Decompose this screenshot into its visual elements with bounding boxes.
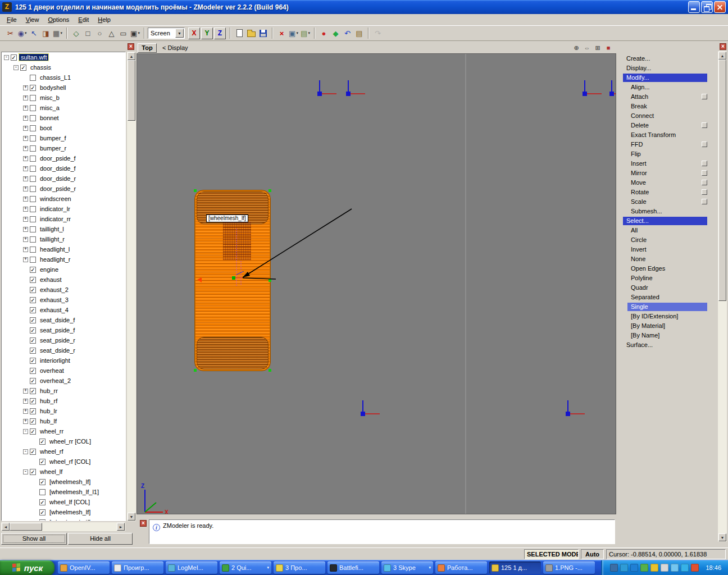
taskbar-task[interactable]: 3 Skype▾ bbox=[381, 562, 433, 574]
tree-item[interactable]: +✓hub_rr bbox=[2, 386, 125, 396]
command-scale[interactable]: Scale bbox=[622, 197, 707, 207]
visibility-checkbox[interactable]: ✓ bbox=[30, 348, 36, 354]
tree-item[interactable]: +misc_a bbox=[2, 103, 125, 113]
command-by-material[interactable]: [By Material] bbox=[622, 321, 707, 331]
tree-item[interactable]: ✓wheel_lf [COL] bbox=[2, 497, 125, 507]
tree-item[interactable]: ✓exhaust_4 bbox=[2, 305, 125, 315]
taskbar-task[interactable]: 2 Qui...▾ bbox=[220, 562, 271, 574]
visibility-checkbox[interactable]: ✓ bbox=[39, 459, 46, 465]
pan-icon[interactable]: ⇔ bbox=[583, 44, 592, 52]
scroll-up-icon[interactable] bbox=[718, 52, 726, 60]
expander-toggle[interactable]: + bbox=[23, 217, 28, 222]
menu-help[interactable]: Help bbox=[93, 15, 115, 24]
command-single[interactable]: Single bbox=[622, 302, 707, 312]
command-open-edges[interactable]: Open Edges bbox=[622, 264, 707, 273]
command-modify[interactable]: Modify... bbox=[622, 73, 707, 83]
scroll-left-icon[interactable] bbox=[2, 523, 10, 531]
hide-all-button[interactable]: Hide all bbox=[68, 533, 133, 545]
tree-item[interactable]: +door_dside_f bbox=[2, 163, 125, 174]
open-file-icon[interactable] bbox=[245, 28, 257, 39]
visibility-checkbox[interactable] bbox=[30, 135, 36, 142]
visibility-checkbox[interactable]: ✓ bbox=[39, 439, 46, 445]
visibility-checkbox[interactable] bbox=[30, 236, 36, 243]
tree-item[interactable]: ✓seat_pside_f bbox=[2, 325, 125, 335]
taskbar-task[interactable]: 3 Про... bbox=[274, 562, 325, 574]
visibility-checkbox[interactable]: ✓ bbox=[30, 317, 36, 323]
dropdown-arrow-icon[interactable]: ▾ bbox=[25, 31, 27, 35]
tree-item[interactable]: +bumper_r bbox=[2, 143, 125, 153]
scroll-up-icon[interactable] bbox=[128, 52, 135, 60]
command-checkbox[interactable] bbox=[702, 122, 707, 128]
undo-icon[interactable]: ↶ bbox=[342, 28, 353, 39]
taskbar-task[interactable]: Работа... bbox=[435, 562, 487, 574]
tree-item[interactable]: -✓wheel_rr bbox=[2, 426, 125, 436]
left-panel-close-button[interactable] bbox=[128, 43, 134, 50]
tree-item[interactable]: chassis_L1 bbox=[2, 72, 125, 83]
command-none[interactable]: None bbox=[622, 254, 707, 264]
dropdown-arrow-icon[interactable]: ▾ bbox=[296, 31, 298, 35]
command-ffd[interactable]: FFD bbox=[622, 140, 707, 149]
visibility-checkbox[interactable]: ✓ bbox=[39, 519, 46, 522]
tree-item[interactable]: ✓exhaust_3 bbox=[2, 295, 125, 305]
tree-item[interactable]: +✓hub_lf bbox=[2, 416, 125, 426]
command-rotate[interactable]: Rotate bbox=[622, 188, 707, 197]
grid-snap-icon[interactable]: ▦▾ bbox=[52, 28, 63, 39]
expander-toggle[interactable]: + bbox=[23, 197, 28, 202]
taskbar-task[interactable]: 1.PNG -... bbox=[543, 562, 595, 574]
tree-item[interactable]: +indicator_lr bbox=[2, 204, 125, 214]
tree-item[interactable]: ✓overheat_2 bbox=[2, 376, 125, 386]
weld-tool-icon[interactable]: ◉▾ bbox=[16, 28, 28, 39]
command-connect[interactable]: Connect bbox=[622, 111, 707, 121]
visibility-checkbox[interactable] bbox=[30, 125, 36, 131]
visibility-checkbox[interactable]: ✓ bbox=[39, 499, 46, 505]
command-checkbox[interactable] bbox=[702, 189, 707, 195]
dropdown-arrow-icon[interactable]: ▾ bbox=[138, 31, 140, 35]
task-dropdown-icon[interactable]: ▾ bbox=[429, 565, 431, 570]
visibility-checkbox[interactable] bbox=[30, 156, 36, 162]
plugin-icon[interactable]: ◆ bbox=[330, 28, 342, 39]
taskbar-task[interactable]: 125 1 д... bbox=[489, 562, 541, 574]
minimize-button[interactable] bbox=[688, 1, 700, 13]
expander-toggle[interactable]: + bbox=[23, 257, 28, 262]
visibility-checkbox[interactable] bbox=[30, 186, 36, 192]
tree-item[interactable]: +boot bbox=[2, 123, 125, 133]
tree-item[interactable]: +taillight_r bbox=[2, 234, 125, 244]
expander-toggle[interactable]: - bbox=[13, 65, 19, 70]
tree-item[interactable]: ✓overheat bbox=[2, 366, 125, 376]
expander-toggle[interactable]: + bbox=[23, 166, 28, 171]
visibility-checkbox[interactable]: ✓ bbox=[30, 388, 36, 394]
visibility-checkbox[interactable] bbox=[30, 115, 36, 121]
tree-item[interactable]: +headlight_r bbox=[2, 254, 125, 264]
tree-item[interactable]: ✓wheel_rr [COL] bbox=[2, 436, 125, 446]
command-checkbox[interactable] bbox=[702, 142, 707, 147]
paste-icon[interactable]: ▤▾ bbox=[299, 28, 311, 39]
expander-toggle[interactable]: + bbox=[23, 156, 28, 161]
expander-toggle[interactable]: + bbox=[23, 176, 28, 181]
display-mode-label[interactable]: < Display bbox=[162, 44, 188, 51]
command-checkbox[interactable] bbox=[702, 180, 707, 185]
scrollbar-track[interactable] bbox=[128, 60, 135, 513]
tree-item[interactable]: +door_dside_r bbox=[2, 174, 125, 184]
record-icon[interactable]: ● bbox=[318, 28, 330, 39]
visibility-checkbox[interactable] bbox=[30, 95, 36, 101]
delete-icon[interactable]: × bbox=[276, 28, 288, 39]
visibility-checkbox[interactable]: ✓ bbox=[30, 408, 36, 414]
visibility-checkbox[interactable]: ✓ bbox=[30, 449, 36, 455]
axis-y-button[interactable]: Y bbox=[201, 28, 213, 39]
taskbar-task[interactable]: Проигр... bbox=[112, 562, 163, 574]
save-file-icon[interactable] bbox=[257, 28, 269, 39]
command-attach[interactable]: Attach bbox=[622, 92, 707, 102]
tree-item[interactable]: ✓seat_pside_r bbox=[2, 335, 125, 345]
restore-button[interactable] bbox=[701, 1, 713, 13]
scrollbar-track[interactable] bbox=[10, 523, 117, 531]
tree-item[interactable]: ✓interiorlight bbox=[2, 355, 125, 366]
scrollbar-track[interactable] bbox=[718, 60, 726, 533]
visibility-checkbox[interactable] bbox=[30, 226, 36, 232]
command-circle[interactable]: Circle bbox=[622, 235, 707, 245]
viewport-canvas[interactable]: [wheelmesh_lf] ZX bbox=[136, 53, 616, 514]
right-panel-close-button[interactable] bbox=[720, 43, 726, 50]
chevron-down-icon[interactable]: ▼ bbox=[175, 29, 184, 38]
cut-tool-icon[interactable]: ✂ bbox=[4, 28, 16, 39]
expander-toggle[interactable]: + bbox=[23, 399, 28, 404]
visibility-checkbox[interactable] bbox=[30, 196, 36, 202]
